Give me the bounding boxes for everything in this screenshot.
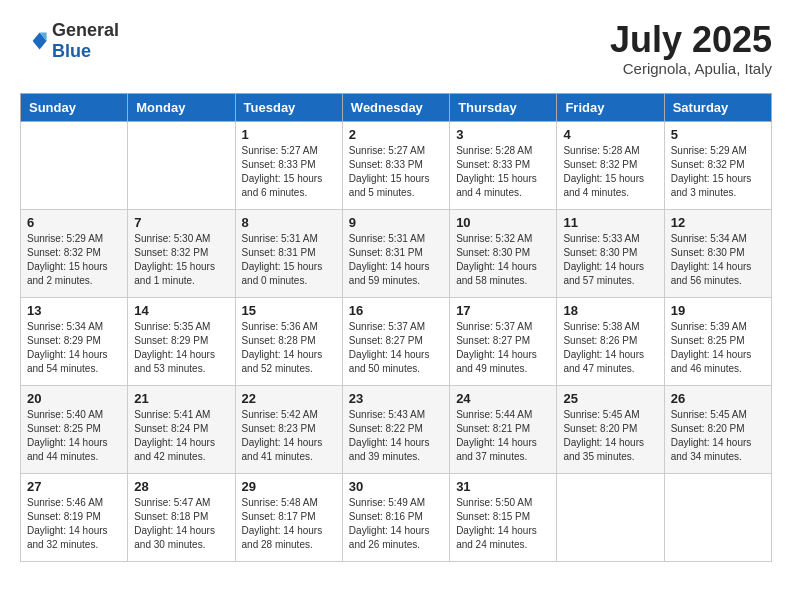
calendar-cell (557, 473, 664, 561)
cell-info: Sunrise: 5:30 AM Sunset: 8:32 PM Dayligh… (134, 232, 228, 288)
calendar-cell: 29Sunrise: 5:48 AM Sunset: 8:17 PM Dayli… (235, 473, 342, 561)
calendar-cell: 10Sunrise: 5:32 AM Sunset: 8:30 PM Dayli… (450, 209, 557, 297)
week-row-2: 6Sunrise: 5:29 AM Sunset: 8:32 PM Daylig… (21, 209, 772, 297)
calendar-cell: 26Sunrise: 5:45 AM Sunset: 8:20 PM Dayli… (664, 385, 771, 473)
cell-info: Sunrise: 5:31 AM Sunset: 8:31 PM Dayligh… (242, 232, 336, 288)
week-row-3: 13Sunrise: 5:34 AM Sunset: 8:29 PM Dayli… (21, 297, 772, 385)
calendar-cell: 23Sunrise: 5:43 AM Sunset: 8:22 PM Dayli… (342, 385, 449, 473)
calendar-cell: 8Sunrise: 5:31 AM Sunset: 8:31 PM Daylig… (235, 209, 342, 297)
month-title: July 2025 (610, 20, 772, 60)
day-number: 17 (456, 303, 550, 318)
cell-info: Sunrise: 5:47 AM Sunset: 8:18 PM Dayligh… (134, 496, 228, 552)
calendar-cell: 24Sunrise: 5:44 AM Sunset: 8:21 PM Dayli… (450, 385, 557, 473)
calendar-cell: 28Sunrise: 5:47 AM Sunset: 8:18 PM Dayli… (128, 473, 235, 561)
day-number: 9 (349, 215, 443, 230)
cell-info: Sunrise: 5:44 AM Sunset: 8:21 PM Dayligh… (456, 408, 550, 464)
page-header: General Blue July 2025 Cerignola, Apulia… (20, 20, 772, 77)
day-number: 8 (242, 215, 336, 230)
calendar-cell: 16Sunrise: 5:37 AM Sunset: 8:27 PM Dayli… (342, 297, 449, 385)
day-number: 26 (671, 391, 765, 406)
day-number: 13 (27, 303, 121, 318)
calendar-cell: 5Sunrise: 5:29 AM Sunset: 8:32 PM Daylig… (664, 121, 771, 209)
cell-info: Sunrise: 5:37 AM Sunset: 8:27 PM Dayligh… (456, 320, 550, 376)
day-number: 10 (456, 215, 550, 230)
week-row-4: 20Sunrise: 5:40 AM Sunset: 8:25 PM Dayli… (21, 385, 772, 473)
week-row-5: 27Sunrise: 5:46 AM Sunset: 8:19 PM Dayli… (21, 473, 772, 561)
cell-info: Sunrise: 5:28 AM Sunset: 8:33 PM Dayligh… (456, 144, 550, 200)
calendar-cell: 11Sunrise: 5:33 AM Sunset: 8:30 PM Dayli… (557, 209, 664, 297)
day-number: 15 (242, 303, 336, 318)
calendar-cell: 27Sunrise: 5:46 AM Sunset: 8:19 PM Dayli… (21, 473, 128, 561)
cell-info: Sunrise: 5:27 AM Sunset: 8:33 PM Dayligh… (242, 144, 336, 200)
calendar-cell: 31Sunrise: 5:50 AM Sunset: 8:15 PM Dayli… (450, 473, 557, 561)
calendar-cell: 9Sunrise: 5:31 AM Sunset: 8:31 PM Daylig… (342, 209, 449, 297)
day-number: 25 (563, 391, 657, 406)
cell-info: Sunrise: 5:34 AM Sunset: 8:30 PM Dayligh… (671, 232, 765, 288)
cell-info: Sunrise: 5:36 AM Sunset: 8:28 PM Dayligh… (242, 320, 336, 376)
calendar-cell: 15Sunrise: 5:36 AM Sunset: 8:28 PM Dayli… (235, 297, 342, 385)
weekday-header-sunday: Sunday (21, 93, 128, 121)
weekday-header-thursday: Thursday (450, 93, 557, 121)
cell-info: Sunrise: 5:50 AM Sunset: 8:15 PM Dayligh… (456, 496, 550, 552)
calendar-cell: 22Sunrise: 5:42 AM Sunset: 8:23 PM Dayli… (235, 385, 342, 473)
calendar-table: SundayMondayTuesdayWednesdayThursdayFrid… (20, 93, 772, 562)
day-number: 7 (134, 215, 228, 230)
cell-info: Sunrise: 5:48 AM Sunset: 8:17 PM Dayligh… (242, 496, 336, 552)
title-area: July 2025 Cerignola, Apulia, Italy (610, 20, 772, 77)
day-number: 14 (134, 303, 228, 318)
day-number: 3 (456, 127, 550, 142)
cell-info: Sunrise: 5:29 AM Sunset: 8:32 PM Dayligh… (671, 144, 765, 200)
calendar-cell: 30Sunrise: 5:49 AM Sunset: 8:16 PM Dayli… (342, 473, 449, 561)
day-number: 23 (349, 391, 443, 406)
cell-info: Sunrise: 5:49 AM Sunset: 8:16 PM Dayligh… (349, 496, 443, 552)
cell-info: Sunrise: 5:42 AM Sunset: 8:23 PM Dayligh… (242, 408, 336, 464)
weekday-header-monday: Monday (128, 93, 235, 121)
cell-info: Sunrise: 5:37 AM Sunset: 8:27 PM Dayligh… (349, 320, 443, 376)
calendar-cell: 3Sunrise: 5:28 AM Sunset: 8:33 PM Daylig… (450, 121, 557, 209)
cell-info: Sunrise: 5:38 AM Sunset: 8:26 PM Dayligh… (563, 320, 657, 376)
calendar-cell: 1Sunrise: 5:27 AM Sunset: 8:33 PM Daylig… (235, 121, 342, 209)
day-number: 21 (134, 391, 228, 406)
calendar-cell (21, 121, 128, 209)
calendar-cell: 13Sunrise: 5:34 AM Sunset: 8:29 PM Dayli… (21, 297, 128, 385)
day-number: 30 (349, 479, 443, 494)
calendar-cell: 2Sunrise: 5:27 AM Sunset: 8:33 PM Daylig… (342, 121, 449, 209)
day-number: 18 (563, 303, 657, 318)
calendar-cell: 7Sunrise: 5:30 AM Sunset: 8:32 PM Daylig… (128, 209, 235, 297)
weekday-header-friday: Friday (557, 93, 664, 121)
day-number: 16 (349, 303, 443, 318)
day-number: 4 (563, 127, 657, 142)
calendar-cell: 21Sunrise: 5:41 AM Sunset: 8:24 PM Dayli… (128, 385, 235, 473)
calendar-cell: 6Sunrise: 5:29 AM Sunset: 8:32 PM Daylig… (21, 209, 128, 297)
weekday-header-row: SundayMondayTuesdayWednesdayThursdayFrid… (21, 93, 772, 121)
day-number: 24 (456, 391, 550, 406)
day-number: 5 (671, 127, 765, 142)
weekday-header-saturday: Saturday (664, 93, 771, 121)
cell-info: Sunrise: 5:41 AM Sunset: 8:24 PM Dayligh… (134, 408, 228, 464)
calendar-cell: 17Sunrise: 5:37 AM Sunset: 8:27 PM Dayli… (450, 297, 557, 385)
logo-text-blue: Blue (52, 41, 91, 61)
calendar-cell: 14Sunrise: 5:35 AM Sunset: 8:29 PM Dayli… (128, 297, 235, 385)
day-number: 12 (671, 215, 765, 230)
cell-info: Sunrise: 5:45 AM Sunset: 8:20 PM Dayligh… (671, 408, 765, 464)
cell-info: Sunrise: 5:34 AM Sunset: 8:29 PM Dayligh… (27, 320, 121, 376)
calendar-cell: 19Sunrise: 5:39 AM Sunset: 8:25 PM Dayli… (664, 297, 771, 385)
cell-info: Sunrise: 5:45 AM Sunset: 8:20 PM Dayligh… (563, 408, 657, 464)
weekday-header-wednesday: Wednesday (342, 93, 449, 121)
day-number: 29 (242, 479, 336, 494)
day-number: 28 (134, 479, 228, 494)
cell-info: Sunrise: 5:28 AM Sunset: 8:32 PM Dayligh… (563, 144, 657, 200)
day-number: 20 (27, 391, 121, 406)
cell-info: Sunrise: 5:40 AM Sunset: 8:25 PM Dayligh… (27, 408, 121, 464)
day-number: 22 (242, 391, 336, 406)
day-number: 6 (27, 215, 121, 230)
calendar-cell: 20Sunrise: 5:40 AM Sunset: 8:25 PM Dayli… (21, 385, 128, 473)
day-number: 1 (242, 127, 336, 142)
cell-info: Sunrise: 5:33 AM Sunset: 8:30 PM Dayligh… (563, 232, 657, 288)
calendar-cell (664, 473, 771, 561)
day-number: 27 (27, 479, 121, 494)
calendar-cell (128, 121, 235, 209)
day-number: 31 (456, 479, 550, 494)
logo-text-general: General (52, 20, 119, 40)
logo: General Blue (20, 20, 119, 62)
